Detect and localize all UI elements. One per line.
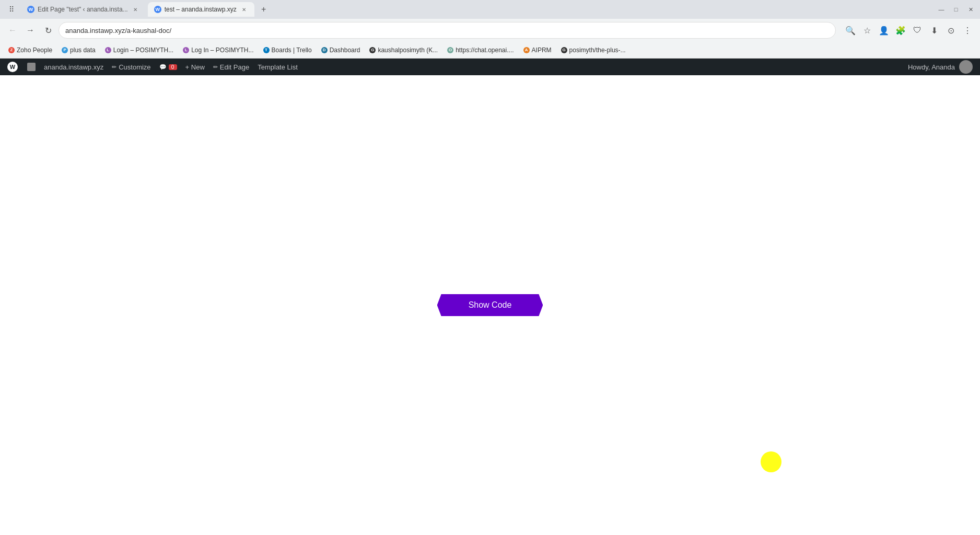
wp-edit-page[interactable]: ✏ Edit Page (209, 59, 253, 75)
bookmark-posimyth-label: posimyth/the-plus-... (569, 46, 626, 54)
browser-frame: ⠿ W Edit Page "test" ‹ ananda.insta... ✕… (0, 0, 980, 535)
wp-new[interactable]: + New (181, 59, 209, 75)
comments-count: 0 (169, 64, 177, 70)
wp-template-list[interactable]: Template List (253, 59, 302, 75)
bookmark-zoho-label: Zoho People (17, 46, 52, 54)
cursor-indicator (761, 451, 781, 472)
wp-logo-item[interactable]: W (3, 59, 23, 75)
bookmark-login-label: Login – POSIMYTH... (113, 46, 173, 54)
bookmark-trello-label: Boards | Trello (272, 46, 312, 54)
bookmark-login2-label: Log In – POSIMYTH... (191, 46, 253, 54)
bookmark-star-icon[interactable]: ☆ (860, 23, 874, 38)
tab1-title: Edit Page "test" ‹ ananda.insta... (38, 6, 128, 13)
close-button[interactable]: ✕ (965, 4, 976, 15)
bookmark-login-posimyth[interactable]: L Login – POSIMYTH... (101, 45, 178, 55)
tab-test-site[interactable]: W test – ananda.instawp.xyz ✕ (148, 2, 254, 17)
page-content: Show Code (0, 75, 980, 535)
bookmark-openai[interactable]: O https://chat.openai.... (443, 45, 518, 55)
download-icon[interactable]: ⬇ (927, 23, 941, 38)
user-avatar (959, 60, 973, 74)
wp-customize[interactable]: ✏ Customize (108, 59, 155, 75)
tab2-favicon: W (154, 6, 161, 13)
wp-admin-bar: W ananda.instawp.xyz ✏ Customize 💬 0 + N… (0, 59, 980, 75)
maximize-button[interactable]: □ (951, 4, 961, 15)
tab2-title: test – ananda.instawp.xyz (165, 6, 237, 13)
tab2-close[interactable]: ✕ (240, 5, 248, 14)
bookmark-aiprm[interactable]: A AIPRM (519, 45, 556, 55)
minimize-button[interactable]: — (936, 4, 947, 15)
bookmark-kaushal-label: kaushalposimyth (K... (378, 46, 438, 54)
forward-button[interactable]: → (23, 23, 38, 38)
bookmarks-bar: Z Zoho People P plus data L Login – POSI… (0, 42, 980, 59)
bookmark-aiprm-label: AIPRM (532, 46, 552, 54)
bookmark-plus-data[interactable]: P plus data (57, 45, 100, 55)
window-controls: — □ ✕ (936, 4, 976, 15)
bookmark-plus-label: plus data (70, 46, 96, 54)
wp-site-icon-item[interactable] (23, 59, 40, 75)
bookmark-login2-posimyth[interactable]: L Log In – POSIMYTH... (179, 45, 258, 55)
address-bar: ← → ↻ ananda.instawp.xyz/a-kaushal-doc/ … (0, 19, 980, 42)
wp-site-favicon (27, 63, 36, 71)
wp-site-name[interactable]: ananda.instawp.xyz (40, 59, 108, 75)
toolbar-icons: 🔍 ☆ 👤 🧩 🛡 ⬇ ⊙ ⋮ (843, 23, 975, 38)
tab1-favicon: W (27, 6, 34, 13)
tab-edit-page[interactable]: W Edit Page "test" ‹ ananda.insta... ✕ (21, 2, 146, 17)
add-tab-button[interactable]: + (256, 2, 271, 17)
title-bar: ⠿ W Edit Page "test" ‹ ananda.insta... ✕… (0, 0, 980, 19)
bookmark-trello[interactable]: T Boards | Trello (259, 45, 316, 55)
back-button[interactable]: ← (5, 23, 20, 38)
search-icon[interactable]: 🔍 (843, 23, 858, 38)
bookmark-openai-label: https://chat.openai.... (456, 46, 514, 54)
profile-icon[interactable]: 👤 (877, 23, 891, 38)
menu-icon[interactable]: ⋮ (960, 23, 975, 38)
bookmark-posimyth-plus[interactable]: G posimyth/the-plus-... (557, 45, 630, 55)
account-icon[interactable]: ⊙ (943, 23, 958, 38)
wp-user-greeting[interactable]: Howdy, Ananda (904, 59, 977, 75)
bookmark-dashboard-label: Dashboard (330, 46, 360, 54)
tab1-close[interactable]: ✕ (131, 5, 139, 14)
wp-logo-icon: W (7, 62, 18, 72)
reload-button[interactable]: ↻ (41, 23, 55, 38)
wp-comments[interactable]: 💬 0 (155, 59, 181, 75)
shield-icon[interactable]: 🛡 (910, 23, 925, 38)
url-text: ananda.instawp.xyz/a-kaushal-doc/ (65, 27, 171, 34)
bookmark-dashboard[interactable]: D Dashboard (317, 45, 365, 55)
bookmark-kaushal[interactable]: G kaushalposimyth (K... (365, 45, 442, 55)
apps-button[interactable]: ⠿ (4, 2, 19, 17)
url-bar[interactable]: ananda.instawp.xyz/a-kaushal-doc/ (59, 22, 836, 39)
extensions-icon[interactable]: 🧩 (893, 23, 908, 38)
bookmark-zoho-people[interactable]: Z Zoho People (4, 45, 56, 55)
show-code-button[interactable]: Show Code (437, 294, 543, 316)
